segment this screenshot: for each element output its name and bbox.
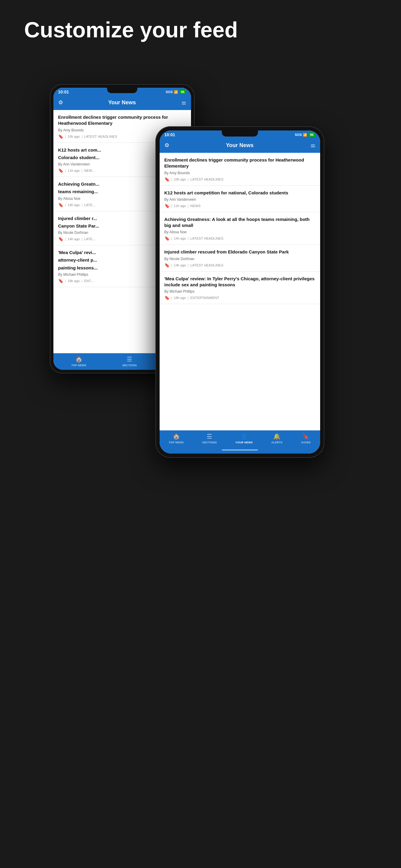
phone-front: 10:01 SOS 📶 96 ⚙ Your News ⚌ [155,126,324,458]
back-bookmark-3[interactable]: 🔖 [58,203,63,207]
front-nav-sections[interactable]: ☰ SECTIONS [202,433,217,444]
back-header-title: Your News [108,99,136,106]
front-bottom-nav: 🏠 TOP NEWS ☰ SECTIONS 👤 YOUR NEWS 🔔 ALER… [160,430,320,447]
front-news-item-3[interactable]: Achieving Greatness: A look at all the h… [160,212,320,245]
back-status-icons: SOS 📶 96 [166,90,186,94]
front-alerts-icon: 🔔 [273,433,281,440]
phone-back-notch [107,88,137,93]
back-filter-icon[interactable]: ⚌ [181,99,186,106]
front-news-meta-5: 🔖 | 18h ago | ENTERTAINMENT [165,296,315,300]
back-nav-top-news[interactable]: 🏠 TOP NEWS [71,355,86,367]
back-sections-icon: ☰ [127,355,132,363]
front-news-headline-3: Achieving Greatness: A look at all the h… [165,216,315,229]
back-bookmark-2[interactable]: 🔖 [58,168,63,173]
front-filter-icon[interactable]: ⚌ [311,142,315,149]
back-bookmark-4[interactable]: 🔖 [58,237,63,241]
front-news-item-1[interactable]: Enrollment declines trigger community pr… [160,153,320,186]
front-news-meta-3: 🔖 | 14h ago | LATEST HEADLINES [165,236,315,241]
front-time: 10:01 [165,132,175,137]
front-your-news-icon: 👤 [240,433,248,440]
front-news-byline-2: By Ann Vanderveen [165,197,315,202]
phone-front-notch [222,130,258,136]
back-home-icon: 🏠 [75,355,83,363]
front-news-headline-4: Injured climber rescued from Eldorado Ca… [165,249,315,255]
page-title: Customize your feed [0,18,401,42]
front-news-item-5[interactable]: 'Mea Culpa' review: In Tyler Perry's Chi… [160,272,320,304]
front-bookmark-2[interactable]: 🔖 [165,204,170,208]
front-settings-icon[interactable]: ⚙ [165,142,169,149]
front-bookmark-1[interactable]: 🔖 [165,177,170,182]
back-bookmark-5[interactable]: 🔖 [58,278,63,283]
front-bookmark-3[interactable]: 🔖 [165,236,170,241]
front-news-byline-3: By Alissa Noe [165,230,315,234]
front-news-headline-1: Enrollment declines trigger community pr… [165,157,315,169]
front-home-indicator [160,447,320,454]
phones-container: 10:01 SOS 📶 96 ⚙ Your News ⚌ [35,66,367,759]
back-nav-sections[interactable]: ☰ SECTIONS [122,355,137,367]
front-header-title: Your News [226,142,254,149]
front-home-bar [222,450,258,451]
back-bookmark-1[interactable]: 🔖 [58,134,63,139]
front-nav-saved[interactable]: 🔖 SAVED [301,433,311,444]
front-news-byline-4: By Nicole Dorfman [165,257,315,261]
front-news-byline-1: By Amy Bounds [165,171,315,175]
back-news-headline-1: Enrollment declines trigger community pr… [58,114,186,127]
front-news-headline-2: K12 hosts art competition for national, … [165,190,315,196]
back-settings-icon[interactable]: ⚙ [58,99,63,106]
front-news-list: Enrollment declines trigger community pr… [160,153,320,430]
front-news-headline-5: 'Mea Culpa' review: In Tyler Perry's Chi… [165,276,315,288]
front-bookmark-4[interactable]: 🔖 [165,263,170,268]
back-time: 10:01 [58,90,69,94]
front-news-meta-2: 🔖 | 11h ago | NEWS [165,204,315,208]
front-saved-icon: 🔖 [302,433,310,440]
front-news-meta-1: 🔖 | 10h ago | LATEST HEADLINES [165,177,315,182]
front-news-byline-5: By Michael Phillips [165,289,315,293]
front-news-item-2[interactable]: K12 hosts art competition for national, … [160,186,320,212]
phone-front-screen: 10:01 SOS 📶 96 ⚙ Your News ⚌ [160,130,320,454]
front-nav-your-news[interactable]: 👤 YOUR NEWS [235,433,253,444]
front-home-icon: 🏠 [173,433,180,440]
front-app-header: ⚙ Your News ⚌ [160,139,320,153]
front-nav-alerts[interactable]: 🔔 ALERTS [271,433,283,444]
front-bookmark-5[interactable]: 🔖 [165,296,170,300]
front-news-item-4[interactable]: Injured climber rescued from Eldorado Ca… [160,245,320,271]
front-news-meta-4: 🔖 | 14h ago | LATEST HEADLINES [165,263,315,268]
front-nav-top-news[interactable]: 🏠 TOP NEWS [169,433,184,444]
front-status-icons: SOS 📶 96 [295,133,315,137]
front-sections-icon: ☰ [207,433,212,440]
back-app-header: ⚙ Your News ⚌ [53,96,191,110]
